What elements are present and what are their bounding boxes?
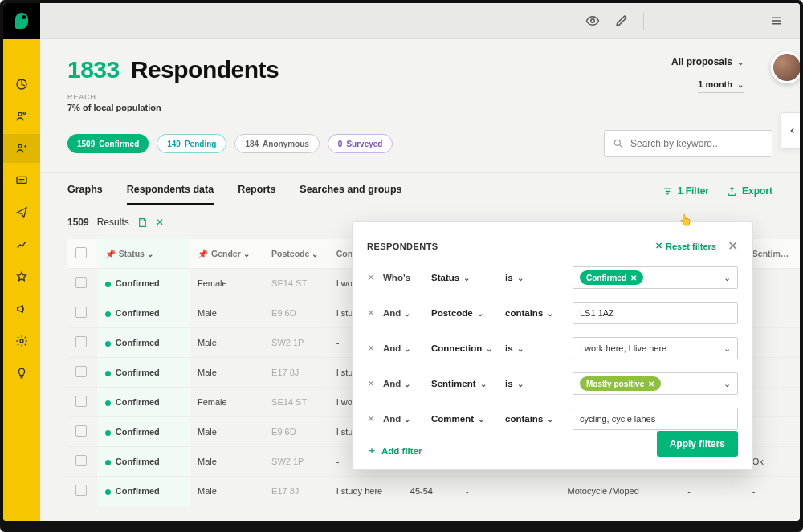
tab-graphs[interactable]: Graphs [67, 184, 103, 205]
add-filter-button[interactable]: ＋ Add filter [367, 445, 422, 457]
col-gender[interactable]: 📌Gender ⌄ [190, 239, 263, 269]
filter-op-select[interactable]: is⌄ [505, 379, 565, 388]
chip-surveyed[interactable]: 0Surveyed [328, 134, 393, 153]
visibility-icon[interactable] [585, 14, 600, 28]
filter-conj[interactable]: And⌄ [383, 379, 423, 388]
nav-settings-icon[interactable] [14, 334, 29, 348]
filter-conj[interactable]: And⌄ [383, 343, 423, 353]
filter-conj[interactable]: And⌄ [383, 414, 423, 424]
row-checkbox[interactable] [75, 485, 87, 496]
search-input[interactable] [630, 138, 764, 149]
remove-filter-icon[interactable]: ✕ [367, 378, 375, 389]
remove-filter-icon[interactable]: ✕ [367, 307, 375, 319]
nav-dashboard-icon[interactable] [14, 77, 29, 91]
svg-point-1 [18, 112, 22, 116]
filter-op-select[interactable]: is⌄ [505, 273, 565, 282]
tab-respondents-data[interactable]: Respondents data [127, 184, 214, 205]
row-checkbox[interactable] [75, 396, 87, 407]
edit-icon[interactable] [614, 14, 629, 28]
filter-field-select[interactable]: Sentiment⌄ [431, 379, 497, 388]
col-status[interactable]: 📌Status ⌄ [97, 239, 190, 269]
chevron-left-icon [789, 125, 797, 136]
filter-op-select[interactable]: contains⌄ [505, 308, 565, 318]
tab-reports[interactable]: Reports [238, 184, 275, 205]
nav-respondents-icon[interactable] [14, 141, 29, 156]
filter-field-select[interactable]: Postcode⌄ [431, 308, 497, 318]
menu-icon[interactable] [769, 14, 784, 28]
chip-anonymous[interactable]: 184Anonymous [234, 134, 319, 153]
reset-filters-button[interactable]: ✕ Reset filters [655, 241, 716, 251]
table-row[interactable]: ConfirmedMaleE17 8JI study here45-54-Mot… [67, 477, 800, 506]
user-avatar[interactable] [771, 51, 800, 83]
row-checkbox[interactable] [75, 425, 87, 437]
row-checkbox[interactable] [75, 336, 87, 347]
select-all-checkbox[interactable] [75, 247, 87, 258]
page-header: 1833 Respondents REACH 7% of local popul… [40, 39, 800, 173]
filter-op-select[interactable]: is⌄ [505, 343, 565, 353]
proposals-dropdown[interactable]: All proposals⌄ [671, 56, 744, 71]
filter-field-select[interactable]: Comment⌄ [431, 414, 497, 424]
filter-op-select[interactable]: contains⌄ [505, 414, 565, 424]
export-button-label: Export [742, 185, 772, 197]
app-logo[interactable] [3, 3, 40, 39]
filter-value-status[interactable]: Confirmed✕⌄ [573, 266, 738, 289]
chevron-down-icon: ⌄ [737, 80, 744, 89]
filter-value-postcode[interactable]: LS1 1AZ [573, 302, 738, 324]
cell-gender: Male [190, 328, 263, 358]
filter-row-status: ✕ Who's Status⌄ is⌄ Confirmed✕⌄ [367, 266, 738, 289]
left-sidebar [3, 3, 40, 521]
filter-value-sentiment[interactable]: Mostly positive✕⌄ [573, 372, 738, 395]
filter-button[interactable]: 1 Filter [662, 185, 709, 197]
tab-searches[interactable]: Searches and groups [300, 184, 402, 205]
cell-travel: Motocycle /Moped [560, 477, 680, 506]
cell-postcode: E17 8J [263, 358, 328, 388]
cell-postcode: E9 6D [263, 417, 328, 447]
pin-icon: 📌 [198, 249, 208, 258]
period-dropdown[interactable]: 1 month⌄ [698, 79, 744, 93]
cell-gender: Female [190, 388, 263, 417]
cell-status: Confirmed [97, 477, 190, 506]
row-checkbox[interactable] [75, 277, 87, 288]
col-postcode[interactable]: Postcode ⌄ [263, 239, 328, 269]
panel-title: RESPONDENTS [367, 242, 438, 251]
save-search-icon[interactable] [137, 217, 148, 228]
filter-value-connection[interactable]: I work here, I live here⌄ [573, 337, 738, 359]
svg-point-5 [20, 339, 23, 343]
remove-filter-icon[interactable]: ✕ [367, 413, 375, 424]
close-panel-button[interactable]: ✕ [728, 238, 738, 254]
export-button[interactable]: Export [727, 185, 772, 197]
chip-pending[interactable]: 149Pending [157, 134, 226, 153]
tag-confirmed[interactable]: Confirmed✕ [580, 270, 643, 285]
svg-point-6 [591, 18, 595, 22]
collapse-panel-button[interactable] [781, 112, 800, 149]
nav-idea-icon[interactable] [14, 366, 29, 380]
nav-megaphone-icon[interactable] [14, 302, 29, 316]
remove-filter-icon[interactable]: ✕ [367, 343, 375, 354]
cell-gender: Male [190, 298, 263, 328]
filter-button-label: 1 Filter [678, 185, 709, 197]
apply-filters-button[interactable]: Apply filters [657, 431, 738, 457]
nav-analytics-icon[interactable] [14, 238, 29, 252]
svg-point-7 [614, 140, 620, 145]
filter-row-connection: ✕ And⌄ Connection⌄ is⌄ I work here, I li… [367, 337, 738, 359]
nav-send-icon[interactable] [14, 205, 29, 220]
remove-filter-icon[interactable]: ✕ [367, 272, 375, 283]
filter-value-comment[interactable]: cycling, cycle lanes [573, 408, 738, 430]
tag-sentiment[interactable]: Mostly positive✕ [580, 376, 661, 391]
chip-confirmed[interactable]: 1509Confirmed [67, 134, 149, 153]
search-box[interactable] [604, 130, 772, 157]
cell-status: Confirmed [97, 388, 190, 417]
cell-status: Confirmed [97, 358, 190, 388]
cell-postcode: SW2 1P [263, 447, 328, 477]
filter-field-select[interactable]: Connection⌄ [431, 343, 497, 353]
row-checkbox[interactable] [75, 455, 87, 466]
nav-star-icon[interactable] [14, 270, 29, 284]
row-checkbox[interactable] [75, 307, 87, 318]
nav-comments-icon[interactable] [14, 173, 29, 188]
clear-search-icon[interactable]: ✕ [156, 217, 164, 228]
row-checkbox[interactable] [75, 366, 87, 377]
filter-field-select[interactable]: Status⌄ [431, 273, 497, 282]
nav-people-icon[interactable] [14, 109, 29, 124]
cell-connection: I study here [328, 477, 402, 506]
filter-conj[interactable]: And⌄ [383, 308, 423, 318]
